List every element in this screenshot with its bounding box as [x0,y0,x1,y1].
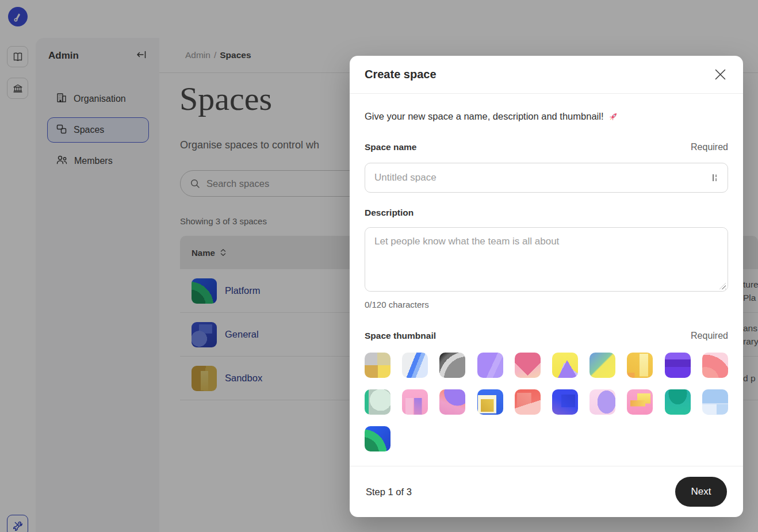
thumbnail-option-coral-quarter-rings[interactable] [702,353,728,378]
thumbnail-option-blue-diagonal-stripe[interactable] [402,353,428,378]
space-name-input[interactable] [374,172,711,183]
thumbnail-option-pink-purple-pillars[interactable] [402,389,428,415]
space-name-required-badge: Required [691,142,728,152]
next-button[interactable]: Next [675,477,727,507]
thumbnail-grid [365,353,728,451]
text-cursor-icon [711,173,718,182]
thumbnail-option-teal-green-dome[interactable] [665,389,691,415]
space-name-field [365,163,728,193]
thumbnail-label-row: Space thumbnail Required [365,331,728,341]
thumbnail-option-yellow-purple-peak[interactable] [552,353,578,378]
modal-header: Create space [350,56,743,94]
thumbnail-option-indigo-bands[interactable] [665,353,691,378]
char-counter: 0/120 characters [365,300,429,309]
description-label: Description [365,208,414,218]
description-field [365,227,728,292]
thumbnail-option-blue-yellow-split[interactable] [589,353,615,378]
thumbnail-option-gray-yellow-quadrants[interactable] [365,353,391,378]
rocket-icon [608,111,619,122]
space-thumbnail-label: Space thumbnail [365,331,436,341]
thumbnail-option-royal-blue-blocks[interactable] [552,389,578,415]
thumbnail-required-badge: Required [691,331,728,341]
description-label-row: Description [365,208,728,218]
thumbnail-option-coral-folded-square[interactable] [515,389,541,415]
thumbnail-option-pink-chevron[interactable] [515,353,541,378]
step-indicator: Step 1 of 3 [366,487,412,497]
thumbnail-option-pink-purple-blob[interactable] [439,389,465,415]
thumbnail-option-pink-lavender-orb[interactable] [589,389,615,415]
thumbnail-option-blue-cream-gold-squares[interactable] [477,389,503,415]
close-button[interactable] [712,67,728,83]
thumbnail-option-pink-yellow-cards[interactable] [627,389,653,415]
thumbnail-option-violet-diagonal[interactable] [477,353,503,378]
modal-intro: Give your new space a name, description … [365,111,619,122]
modal-footer: Step 1 of 3 Next [350,466,743,517]
space-name-label: Space name [365,142,416,152]
create-space-modal: Create space Give your new space a name,… [350,56,743,517]
modal-title: Create space [365,68,437,81]
close-icon [714,68,727,81]
thumbnail-option-powder-blue-grid[interactable] [702,389,728,415]
thumbnail-option-charcoal-swoosh[interactable] [439,353,465,378]
description-input[interactable] [365,228,728,291]
modal-intro-text: Give your new space a name, description … [365,111,603,122]
thumbnail-option-amber-panels[interactable] [627,353,653,378]
thumbnail-option-blue-green-swoosh[interactable] [365,426,391,451]
thumbnail-option-mint-teal-arc[interactable] [365,389,391,415]
space-name-label-row: Space name Required [365,142,728,152]
